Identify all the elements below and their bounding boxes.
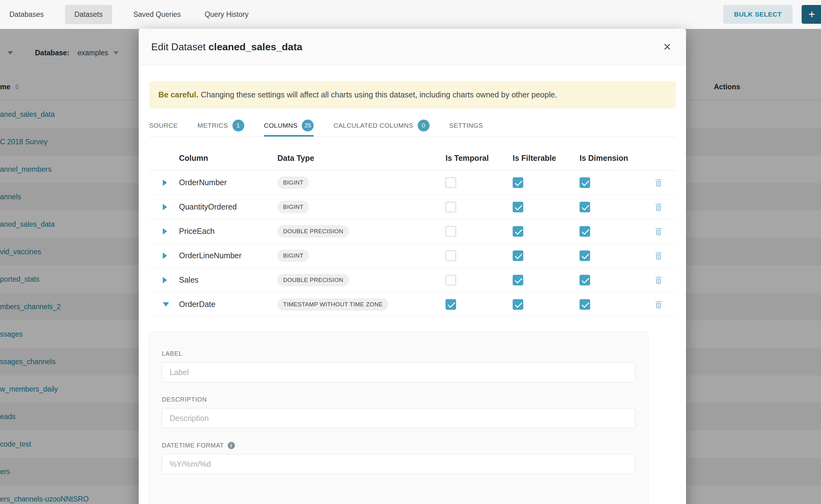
edit-dataset-modal: Edit Dataset cleaned_sales_data × Be car…: [139, 29, 686, 504]
column-row: QuantityOrdered BIGINT: [149, 195, 676, 219]
tab-source[interactable]: SOURCE: [149, 116, 178, 136]
delete-column-icon[interactable]: [654, 251, 676, 260]
collapse-caret-icon[interactable]: [163, 302, 169, 307]
description-input[interactable]: [162, 408, 636, 428]
description-field-label-text: DESCRIPTION: [162, 396, 207, 403]
add-dataset-button[interactable]: +: [802, 5, 821, 24]
header-column: Column: [179, 154, 277, 163]
datetime-format-field-label: DATETIME FORMAT: [162, 442, 636, 449]
modal-title-dataset-name: cleaned_sales_data: [208, 41, 302, 52]
data-type-pill: BIGINT: [277, 201, 309, 213]
modal-title: Edit Dataset cleaned_sales_data: [151, 41, 302, 53]
column-row: OrderLineNumber BIGINT: [149, 244, 676, 268]
is-dimension-checkbox[interactable]: [580, 275, 590, 285]
is-temporal-checkbox[interactable]: [446, 275, 456, 285]
header-data-type: Data Type: [277, 154, 446, 163]
expand-caret-icon[interactable]: [163, 277, 167, 283]
topnav-right-group: BULK SELECT +: [723, 5, 821, 24]
nav-item-datasets[interactable]: Datasets: [65, 5, 112, 24]
is-filterable-checkbox[interactable]: [513, 226, 523, 237]
datetime-format-label-text: DATETIME FORMAT: [162, 442, 224, 449]
tab-metrics-label: METRICS: [197, 122, 228, 129]
description-field-group: DESCRIPTION: [162, 396, 636, 428]
is-filterable-checkbox[interactable]: [513, 202, 523, 212]
is-filterable-checkbox[interactable]: [513, 177, 523, 188]
label-field-group: LABEL: [162, 350, 636, 382]
warning-message: Changing these settings will affect all …: [201, 90, 557, 99]
tab-columns[interactable]: COLUMNS 25: [264, 116, 314, 136]
info-icon: [228, 442, 235, 449]
tab-calculated-columns-label: CALCULATED COLUMNS: [333, 122, 413, 129]
tab-settings[interactable]: SETTINGS: [449, 116, 483, 136]
delete-column-icon[interactable]: [654, 275, 676, 285]
tab-calculated-columns[interactable]: CALCULATED COLUMNS 0: [333, 116, 429, 136]
delete-column-icon[interactable]: [654, 300, 676, 309]
is-dimension-checkbox[interactable]: [580, 299, 590, 310]
label-field-label-text: LABEL: [162, 350, 182, 357]
nav-item-saved-queries[interactable]: Saved Queries: [131, 5, 183, 24]
top-navbar: Databases Datasets Saved Queries Query H…: [0, 0, 821, 29]
label-field-label: LABEL: [162, 350, 636, 357]
tab-columns-label: COLUMNS: [264, 122, 298, 129]
delete-column-icon[interactable]: [654, 227, 676, 236]
is-temporal-checkbox[interactable]: [446, 226, 456, 237]
expand-caret-icon[interactable]: [163, 253, 167, 259]
delete-column-icon[interactable]: [654, 202, 676, 212]
data-type-pill: BIGINT: [277, 176, 309, 189]
bulk-select-button[interactable]: BULK SELECT: [723, 5, 793, 24]
warning-lead: Be careful.: [158, 90, 198, 99]
tab-metrics-badge: 1: [232, 120, 244, 131]
is-dimension-checkbox[interactable]: [580, 250, 590, 261]
column-row-expanded: OrderDate TIMESTAMP WITHOUT TIME ZONE: [149, 292, 676, 317]
expand-caret-icon[interactable]: [163, 228, 167, 235]
is-dimension-checkbox[interactable]: [580, 202, 590, 212]
close-icon[interactable]: ×: [661, 39, 674, 55]
datetime-format-field-group: DATETIME FORMAT: [162, 442, 636, 474]
description-field-label: DESCRIPTION: [162, 396, 636, 403]
is-temporal-checkbox[interactable]: [446, 177, 456, 188]
is-filterable-checkbox[interactable]: [513, 275, 523, 285]
column-row: OrderNumber BIGINT: [149, 170, 676, 195]
column-name: OrderLineNumber: [179, 251, 277, 260]
column-row: PriceEach DOUBLE PRECISION: [149, 219, 676, 244]
warning-banner: Be careful.Changing these settings will …: [149, 81, 676, 108]
column-row: Sales DOUBLE PRECISION: [149, 268, 676, 292]
datetime-format-input[interactable]: [162, 454, 636, 474]
column-name: Sales: [179, 275, 277, 284]
data-type-pill: BIGINT: [277, 250, 309, 262]
is-temporal-checkbox[interactable]: [446, 299, 456, 310]
expand-caret-icon[interactable]: [163, 204, 167, 210]
is-filterable-checkbox[interactable]: [513, 299, 523, 310]
columns-table-header: Column Data Type Is Temporal Is Filterab…: [149, 146, 676, 170]
tab-metrics[interactable]: METRICS 1: [197, 116, 244, 136]
column-name: OrderDate: [179, 300, 277, 309]
nav-item-query-history[interactable]: Query History: [202, 5, 251, 24]
column-name: OrderNumber: [179, 178, 277, 187]
header-is-dimension: Is Dimension: [580, 154, 651, 163]
label-input[interactable]: [162, 362, 636, 382]
is-dimension-checkbox[interactable]: [580, 226, 590, 237]
modal-body: Be careful.Changing these settings will …: [139, 81, 686, 504]
data-type-pill: DOUBLE PRECISION: [277, 225, 349, 238]
is-temporal-checkbox[interactable]: [446, 202, 456, 212]
column-name: PriceEach: [179, 227, 277, 236]
is-dimension-checkbox[interactable]: [580, 177, 590, 188]
tab-columns-badge: 25: [302, 120, 314, 131]
header-is-temporal: Is Temporal: [446, 154, 513, 163]
delete-column-icon[interactable]: [654, 178, 676, 187]
data-type-pill: TIMESTAMP WITHOUT TIME ZONE: [277, 298, 388, 311]
screen: Databases Datasets Saved Queries Query H…: [0, 0, 821, 504]
tab-calculated-columns-badge: 0: [418, 120, 430, 131]
data-type-pill: DOUBLE PRECISION: [277, 274, 349, 286]
nav-item-databases[interactable]: Databases: [7, 5, 46, 24]
modal-title-prefix: Edit Dataset: [151, 41, 205, 52]
modal-tabs: SOURCE METRICS 1 COLUMNS 25 CALCULATED C…: [149, 116, 676, 137]
header-is-filterable: Is Filterable: [513, 154, 580, 163]
is-filterable-checkbox[interactable]: [513, 250, 523, 261]
is-temporal-checkbox[interactable]: [446, 250, 456, 261]
column-detail-panel: LABEL DESCRIPTION DATETIME FORMAT: [149, 332, 648, 504]
tab-settings-label: SETTINGS: [449, 122, 483, 129]
expand-caret-icon[interactable]: [163, 180, 167, 186]
modal-header: Edit Dataset cleaned_sales_data ×: [139, 29, 686, 65]
column-name: QuantityOrdered: [179, 202, 277, 211]
